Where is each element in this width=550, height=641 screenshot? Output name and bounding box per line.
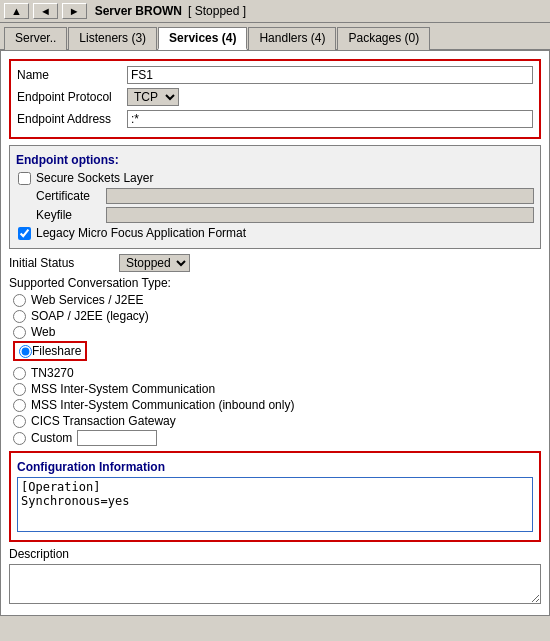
- toolbar: ▲ ◄ ► Server BROWN [ Stopped ]: [0, 0, 550, 23]
- name-section: Name Endpoint Protocol TCP UDP Endpoint …: [9, 59, 541, 139]
- certificate-input[interactable]: [106, 188, 534, 204]
- radio-mss-inter-input[interactable]: [13, 383, 26, 396]
- endpoint-protocol-row: Endpoint Protocol TCP UDP: [17, 88, 533, 106]
- endpoint-options-section: Endpoint options: Secure Sockets Layer C…: [9, 145, 541, 249]
- name-input[interactable]: [127, 66, 533, 84]
- radio-webservices-input[interactable]: [13, 294, 26, 307]
- initial-status-select[interactable]: Stopped Started: [119, 254, 190, 272]
- radio-soap: SOAP / J2EE (legacy): [9, 309, 541, 323]
- btn-up[interactable]: ▲: [4, 3, 29, 19]
- radio-web: Web: [9, 325, 541, 339]
- tab-services[interactable]: Services (4): [158, 27, 247, 50]
- initial-status-label: Initial Status: [9, 256, 119, 270]
- radio-cics-input[interactable]: [13, 415, 26, 428]
- tab-listeners[interactable]: Listeners (3): [68, 27, 157, 50]
- radio-webservices: Web Services / J2EE: [9, 293, 541, 307]
- radio-mss-inter-label: MSS Inter-System Communication: [31, 382, 215, 396]
- keyfile-label: Keyfile: [36, 208, 106, 222]
- radio-fileshare-input[interactable]: [19, 345, 32, 358]
- radio-web-label: Web: [31, 325, 55, 339]
- btn-left[interactable]: ◄: [33, 3, 58, 19]
- ssl-label: Secure Sockets Layer: [36, 171, 153, 185]
- btn-right[interactable]: ►: [62, 3, 87, 19]
- radio-soap-label: SOAP / J2EE (legacy): [31, 309, 149, 323]
- name-label: Name: [17, 68, 127, 82]
- legacy-label: Legacy Micro Focus Application Format: [36, 226, 246, 240]
- radio-cics-label: CICS Transaction Gateway: [31, 414, 176, 428]
- legacy-row: Legacy Micro Focus Application Format: [16, 226, 534, 240]
- endpoint-protocol-label: Endpoint Protocol: [17, 90, 127, 104]
- description-section: Description: [9, 547, 541, 607]
- radio-custom: Custom: [9, 430, 541, 446]
- radio-mss-inter-inbound-input[interactable]: [13, 399, 26, 412]
- radio-mss-inter-inbound-label: MSS Inter-System Communication (inbound …: [31, 398, 294, 412]
- radio-fileshare-highlighted: Fileshare: [13, 341, 87, 361]
- server-name: Server BROWN: [95, 4, 182, 18]
- keyfile-row: Keyfile: [16, 207, 534, 223]
- radio-tn3270-label: TN3270: [31, 366, 74, 380]
- ssl-checkbox[interactable]: [18, 172, 31, 185]
- endpoint-address-row: Endpoint Address: [17, 110, 533, 128]
- certificate-label: Certificate: [36, 189, 106, 203]
- tab-packages[interactable]: Packages (0): [337, 27, 430, 50]
- tab-handlers[interactable]: Handlers (4): [248, 27, 336, 50]
- endpoint-address-input[interactable]: [127, 110, 533, 128]
- radio-custom-input[interactable]: [13, 432, 26, 445]
- endpoint-options-title: Endpoint options:: [16, 153, 534, 167]
- initial-status-row: Initial Status Stopped Started: [9, 254, 541, 272]
- config-section: Configuration Information [Operation] Sy…: [9, 451, 541, 542]
- custom-text-input[interactable]: [77, 430, 157, 446]
- keyfile-input[interactable]: [106, 207, 534, 223]
- endpoint-protocol-select[interactable]: TCP UDP: [127, 88, 179, 106]
- radio-mss-inter-inbound: MSS Inter-System Communication (inbound …: [9, 398, 541, 412]
- config-section-title: Configuration Information: [17, 460, 533, 474]
- radio-soap-input[interactable]: [13, 310, 26, 323]
- radio-tn3270-input[interactable]: [13, 367, 26, 380]
- radio-cics: CICS Transaction Gateway: [9, 414, 541, 428]
- radio-tn3270: TN3270: [9, 366, 541, 380]
- radio-mss-inter: MSS Inter-System Communication: [9, 382, 541, 396]
- description-label: Description: [9, 547, 541, 561]
- ssl-row: Secure Sockets Layer: [16, 171, 534, 185]
- radio-fileshare-label: Fileshare: [32, 344, 81, 358]
- main-content: Name Endpoint Protocol TCP UDP Endpoint …: [0, 51, 550, 616]
- config-textarea[interactable]: [Operation] Synchronous=yes: [17, 477, 533, 532]
- tab-server[interactable]: Server..: [4, 27, 67, 50]
- conv-type-label: Supported Conversation Type:: [9, 276, 541, 290]
- name-row: Name: [17, 66, 533, 84]
- radio-custom-label: Custom: [31, 431, 72, 445]
- legacy-checkbox[interactable]: [18, 227, 31, 240]
- tab-bar: Server.. Listeners (3) Services (4) Hand…: [0, 23, 550, 51]
- certificate-row: Certificate: [16, 188, 534, 204]
- endpoint-address-label: Endpoint Address: [17, 112, 127, 126]
- radio-web-input[interactable]: [13, 326, 26, 339]
- description-textarea[interactable]: [9, 564, 541, 604]
- server-status: [ Stopped ]: [188, 4, 246, 18]
- radio-webservices-label: Web Services / J2EE: [31, 293, 144, 307]
